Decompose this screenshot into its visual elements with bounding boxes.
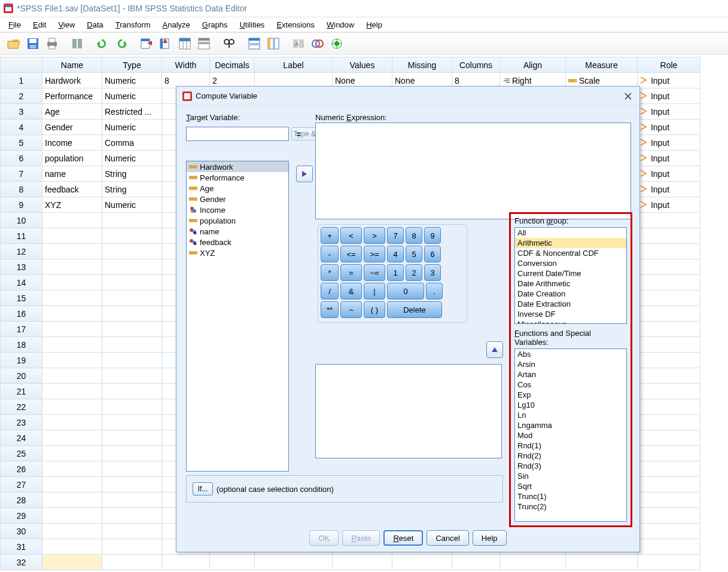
column-header[interactable]: Type <box>102 57 162 73</box>
grid-cell[interactable] <box>42 290 102 306</box>
grid-cell[interactable]: XYZ <box>42 197 102 213</box>
grid-cell[interactable]: population <box>42 151 102 166</box>
grid-cell[interactable] <box>42 493 102 508</box>
grid-cell[interactable] <box>638 415 700 430</box>
column-header[interactable]: Values <box>333 57 392 73</box>
grid-cell[interactable] <box>638 337 700 353</box>
grid-cell[interactable]: Numeric <box>102 88 162 104</box>
menu-file[interactable]: File <box>2 19 27 30</box>
function-group-item[interactable]: Date Extraction <box>515 299 626 309</box>
grid-cell[interactable] <box>42 275 102 290</box>
function-item[interactable]: Trunc(1) <box>515 491 626 501</box>
function-item[interactable]: Cos <box>515 380 626 390</box>
function-group-item[interactable]: Date Creation <box>515 289 626 299</box>
grid-cell[interactable]: 25 <box>1 446 42 461</box>
goto-case-icon[interactable] <box>138 35 156 53</box>
grid-cell[interactable]: String <box>102 166 162 182</box>
variable-item[interactable]: Income <box>187 204 288 215</box>
print-icon[interactable] <box>43 35 61 53</box>
function-group-item[interactable]: Miscellaneous <box>515 319 626 324</box>
grid-cell[interactable] <box>638 244 700 259</box>
grid-cell[interactable]: 16 <box>1 306 42 322</box>
grid-cell[interactable] <box>42 244 102 259</box>
function-item[interactable]: Lg10 <box>515 400 626 410</box>
grid-cell[interactable] <box>210 555 255 570</box>
grid-cell[interactable] <box>638 446 700 461</box>
grid-cell[interactable] <box>102 399 162 415</box>
grid-cell[interactable] <box>638 477 700 493</box>
grid-cell[interactable] <box>255 555 333 570</box>
grid-cell[interactable] <box>42 259 102 275</box>
variable-item[interactable]: Age <box>187 183 288 194</box>
function-item[interactable]: Arsin <box>515 359 626 369</box>
grid-cell[interactable]: Gender <box>42 120 102 135</box>
column-header[interactable]: Missing <box>392 57 452 73</box>
grid-cell[interactable] <box>638 399 700 415</box>
grid-cell[interactable]: 29 <box>1 508 42 524</box>
weight-icon[interactable] <box>309 35 327 53</box>
variable-item[interactable]: aname <box>187 226 288 237</box>
function-group-item[interactable]: Date Arithmetic <box>515 279 626 289</box>
keypad-button[interactable]: * <box>321 264 339 281</box>
keypad-button[interactable]: < <box>340 227 362 244</box>
column-header[interactable]: Width <box>162 57 210 73</box>
menu-help[interactable]: Help <box>360 19 388 30</box>
grid-cell[interactable] <box>638 322 700 337</box>
grid-cell[interactable] <box>42 322 102 337</box>
variable-item[interactable]: XYZ <box>187 247 288 258</box>
keypad-button[interactable]: 3 <box>424 264 441 281</box>
grid-cell[interactable] <box>638 290 700 306</box>
grid-cell[interactable]: Input <box>638 151 700 166</box>
grid-cell[interactable] <box>42 508 102 524</box>
grid-cell[interactable] <box>42 337 102 353</box>
grid-cell[interactable]: Restricted ... <box>102 104 162 120</box>
grid-cell[interactable]: 28 <box>1 493 42 508</box>
ok-button[interactable]: OK <box>309 530 339 546</box>
variable-item[interactable]: Performance <box>187 172 288 183</box>
column-header[interactable] <box>1 57 42 73</box>
grid-cell[interactable] <box>42 555 102 570</box>
target-variable-input[interactable] <box>186 127 289 141</box>
grid-cell[interactable] <box>42 539 102 555</box>
grid-cell[interactable] <box>102 461 162 477</box>
grid-cell[interactable] <box>102 322 162 337</box>
grid-cell[interactable]: 26 <box>1 461 42 477</box>
menu-edit[interactable]: Edit <box>27 19 52 30</box>
grid-cell[interactable]: Input <box>638 182 700 197</box>
keypad-button[interactable]: > <box>364 227 385 244</box>
grid-cell[interactable] <box>102 446 162 461</box>
keypad-button[interactable]: 1 <box>387 264 404 281</box>
keypad-button[interactable]: 2 <box>406 264 422 281</box>
menu-data[interactable]: Data <box>81 19 109 30</box>
column-header[interactable]: Label <box>255 57 333 73</box>
grid-cell[interactable] <box>638 213 700 228</box>
grid-cell[interactable] <box>162 555 210 570</box>
grid-cell[interactable]: 14 <box>1 275 42 290</box>
grid-cell[interactable] <box>102 508 162 524</box>
help-button[interactable]: Help <box>473 530 507 546</box>
numeric-expression-input[interactable] <box>315 123 631 219</box>
grid-cell[interactable] <box>638 259 700 275</box>
grid-cell[interactable]: 17 <box>1 322 42 337</box>
grid-cell[interactable] <box>42 384 102 399</box>
grid-cell[interactable] <box>42 213 102 228</box>
grid-cell[interactable]: 4 <box>1 120 42 135</box>
keypad-button[interactable]: 6 <box>424 246 441 262</box>
grid-cell[interactable]: 30 <box>1 524 42 539</box>
function-group-item[interactable]: CDF & Noncentral CDF <box>515 248 626 258</box>
keypad-button[interactable]: 5 <box>406 246 422 262</box>
keypad-button[interactable]: & <box>340 283 362 299</box>
undo-icon[interactable] <box>93 35 111 53</box>
grid-cell[interactable] <box>102 415 162 430</box>
grid-cell[interactable]: Performance <box>42 88 102 104</box>
column-header[interactable]: Measure <box>566 57 638 73</box>
grid-cell[interactable]: Input <box>638 120 700 135</box>
grid-cell[interactable] <box>392 555 452 570</box>
function-group-item[interactable]: All <box>515 228 626 238</box>
grid-cell[interactable]: Comma <box>102 135 162 151</box>
grid-cell[interactable]: 5 <box>1 135 42 151</box>
menu-view[interactable]: View <box>52 19 81 30</box>
reset-button[interactable]: Reset <box>383 530 423 546</box>
function-item[interactable]: Exp <box>515 390 626 400</box>
grid-cell[interactable]: feedback <box>42 182 102 197</box>
